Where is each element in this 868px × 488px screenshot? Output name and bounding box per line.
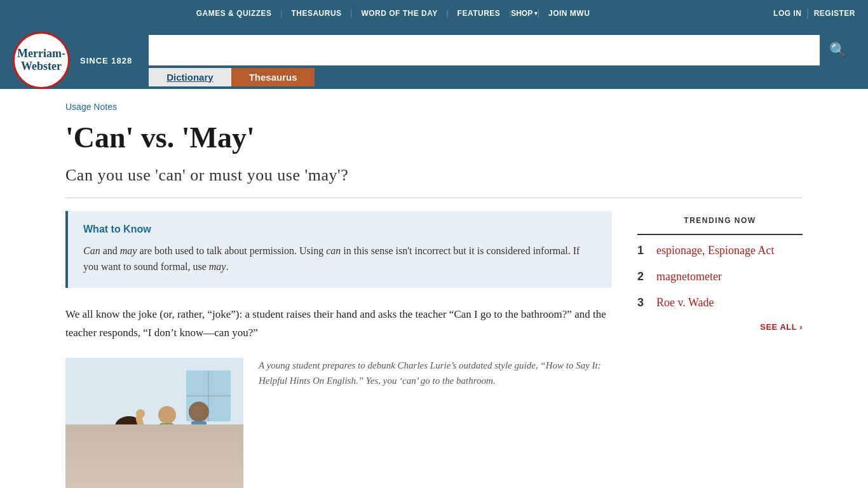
logo-merriam-webster: Merriam-Webster (17, 48, 65, 73)
logo-container[interactable]: Merriam-Webster (13, 32, 70, 89)
svg-rect-2 (65, 440, 243, 488)
login-link[interactable]: LOG IN (773, 9, 801, 18)
tab-dictionary[interactable]: Dictionary (149, 68, 231, 86)
svg-rect-19 (114, 447, 144, 478)
see-all-label: SEE ALL (760, 322, 797, 332)
trending-word-2[interactable]: magnetometer (656, 270, 722, 283)
search-icon: 🔍 (829, 42, 846, 58)
svg-point-6 (189, 402, 209, 422)
image-section: A young student prepares to debunk Charl… (65, 358, 612, 488)
nav-shop[interactable]: SHOP ▾ (511, 9, 538, 18)
register-link[interactable]: REGISTER (814, 9, 855, 18)
svg-rect-7 (191, 421, 207, 447)
trending-title: TRENDING NOW (637, 216, 803, 225)
main-column: What to Know Can and may are both used t… (65, 211, 612, 488)
wtk-body: Can and may are both used to talk about … (83, 243, 597, 275)
wtk-can-italic-2: can (326, 245, 341, 256)
svg-point-13 (115, 420, 143, 448)
tab-thesaurus[interactable]: Thesaurus (231, 68, 315, 86)
svg-point-10 (158, 406, 176, 424)
top-nav-links: GAMES & QUIZZES | THESAURUS | WORD OF TH… (13, 8, 773, 18)
search-button[interactable]: 🔍 (820, 35, 855, 65)
wtk-can-italic: Can (83, 245, 100, 256)
svg-point-21 (136, 409, 145, 418)
trending-number-2: 2 (637, 270, 649, 283)
trending-item-1: 1 espionage, Espionage Act (637, 244, 803, 257)
top-navigation: GAMES & QUIZZES | THESAURUS | WORD OF TH… (0, 0, 868, 27)
svg-point-12 (110, 432, 148, 468)
svg-point-16 (133, 424, 146, 442)
wtk-may-italic-2: may (209, 261, 226, 272)
svg-point-18 (132, 433, 134, 435)
svg-rect-9 (200, 447, 207, 463)
wtk-heading: What to Know (83, 224, 597, 235)
since-label: SINCE 1828 (80, 56, 132, 65)
shop-label: SHOP (511, 9, 532, 18)
site-header: Merriam-Webster SINCE 1828 🔍 Dictionary … (0, 27, 868, 89)
nav-word-of-day[interactable]: WORD OF THE DAY (352, 9, 446, 18)
logo-circle: Merriam-Webster (13, 32, 70, 89)
wtk-text-2: are both used to talk about permission. … (137, 245, 326, 256)
trending-word-3[interactable]: Roe v. Wade (656, 296, 714, 309)
image-placeholder (65, 358, 243, 488)
classroom-svg (65, 358, 243, 488)
svg-rect-11 (159, 423, 173, 445)
article-body-text: We all know the joke (or, rather, “joke”… (65, 306, 612, 342)
article-subtitle: Can you use 'can' or must you use 'may'? (65, 166, 803, 185)
see-all-link[interactable]: SEE ALL › (637, 322, 803, 332)
svg-point-17 (124, 433, 126, 435)
auth-links: LOG IN | REGISTER (773, 8, 855, 19)
nav-join-mwu[interactable]: JOIN MWU (539, 9, 599, 18)
logo-text: Merriam-Webster (17, 48, 65, 73)
trending-number-3: 3 (637, 296, 649, 309)
article-image (65, 358, 243, 488)
trending-item-3: 3 Roe v. Wade (637, 296, 803, 309)
wtk-period: . (226, 261, 228, 272)
nav-features[interactable]: FEATURES (449, 9, 510, 18)
search-area: 🔍 Dictionary Thesaurus (149, 35, 855, 86)
wtk-text-1: and (100, 245, 120, 256)
sidebar-column: TRENDING NOW 1 espionage, Espionage Act … (637, 211, 803, 488)
search-input[interactable] (149, 35, 820, 65)
svg-point-15 (112, 424, 125, 442)
nav-games-quizzes[interactable]: GAMES & QUIZZES (187, 9, 281, 18)
search-bar: 🔍 (149, 35, 855, 65)
chevron-right-icon: › (799, 322, 803, 332)
auth-divider: | (806, 8, 808, 19)
what-to-know-box: What to Know Can and may are both used t… (65, 211, 612, 288)
trending-word-1[interactable]: espionage, Espionage Act (656, 244, 774, 257)
trending-item-2: 2 magnetometer (637, 270, 803, 283)
section-divider (65, 198, 803, 198)
image-caption: A young student prepares to debunk Charl… (259, 358, 612, 388)
trending-section: TRENDING NOW 1 espionage, Espionage Act … (637, 211, 803, 332)
svg-rect-8 (193, 447, 199, 463)
nav-thesaurus[interactable]: THESAURUS (282, 9, 350, 18)
breadcrumb[interactable]: Usage Notes (65, 102, 803, 112)
content-layout: What to Know Can and may are both used t… (65, 211, 803, 488)
dict-tabs: Dictionary Thesaurus (149, 68, 855, 86)
trending-number-1: 1 (637, 244, 649, 257)
article-title: 'Can' vs. 'May' (65, 122, 803, 154)
wtk-may-italic-1: may (120, 245, 137, 256)
trending-divider (637, 234, 803, 235)
main-wrapper: Usage Notes 'Can' vs. 'May' Can you use … (40, 89, 828, 488)
